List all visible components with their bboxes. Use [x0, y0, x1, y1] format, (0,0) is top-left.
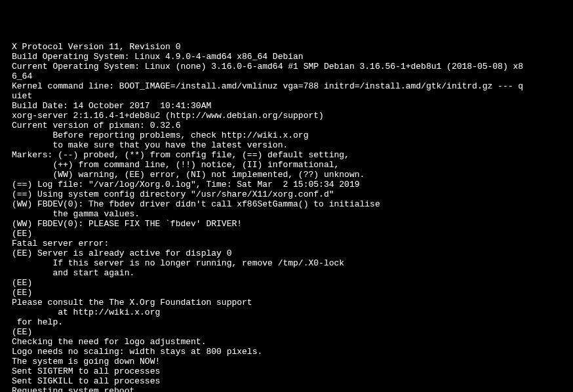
terminal-line: Build Operating System: Linux 4.9.0-4-am… [12, 52, 573, 62]
terminal-line: Logo needs no scaling: width stays at 80… [12, 347, 573, 357]
terminal-line: the gamma values. [12, 209, 573, 219]
terminal-line: uiet [12, 91, 573, 101]
terminal-line: (EE) [12, 278, 573, 288]
terminal-line: 6_64 [12, 71, 573, 81]
terminal-line: (WW) warning, (EE) error, (NI) not imple… [12, 170, 573, 180]
terminal-line: The system is going down NOW! [12, 357, 573, 366]
terminal-line: (EE) [12, 327, 573, 337]
terminal-line: If this server is no longer running, rem… [12, 258, 573, 268]
terminal-line: Checking the need for logo adjustment. [12, 337, 573, 347]
terminal-line: Please consult the The X.Org Foundation … [12, 298, 573, 307]
terminal-line: Current version of pixman: 0.32.6 [12, 121, 573, 130]
terminal-line: Sent SIGKILL to all processes [12, 376, 573, 386]
terminal-line: (EE) Server is already active for displa… [12, 248, 573, 258]
terminal-line: Kernel command line: BOOT_IMAGE=/install… [12, 81, 573, 91]
terminal-line: and start again. [12, 268, 573, 278]
terminal-line: Fatal server error: [12, 239, 573, 248]
terminal-line: xorg-server 2:1.16.4-1+deb8u2 (http://ww… [12, 111, 573, 121]
terminal-line: to make sure that you have the latest ve… [12, 140, 573, 150]
terminal-line: Markers: (--) probed, (**) from config f… [12, 150, 573, 160]
terminal-line: (EE) [12, 288, 573, 298]
terminal-line: (==) Log file: "/var/log/Xorg.0.log", Ti… [12, 180, 573, 189]
terminal-line: Build Date: 14 October 2017 10:41:30AM [12, 101, 573, 111]
terminal-line: X Protocol Version 11, Revision 0 [12, 42, 573, 52]
terminal-line: (++) from command line, (!!) notice, (II… [12, 160, 573, 170]
terminal-line: Current Operating System: Linux (none) 3… [12, 62, 573, 71]
terminal-line: (WW) FBDEV(0): PLEASE FIX THE `fbdev' DR… [12, 219, 573, 229]
terminal-line: for help. [12, 317, 573, 327]
terminal-line: (WW) FBDEV(0): The fbdev driver didn't c… [12, 199, 573, 209]
terminal-line: (==) Using system config directory "/usr… [12, 189, 573, 199]
terminal-output: X Protocol Version 11, Revision 0Build O… [12, 42, 573, 392]
terminal-line: (EE) [12, 229, 573, 239]
terminal-line: Sent SIGTERM to all processes [12, 366, 573, 376]
terminal-line: Requesting system reboot [12, 386, 573, 392]
terminal-line: Before reporting problems, check http://… [12, 130, 573, 140]
terminal-line: at http://wiki.x.org [12, 307, 573, 317]
